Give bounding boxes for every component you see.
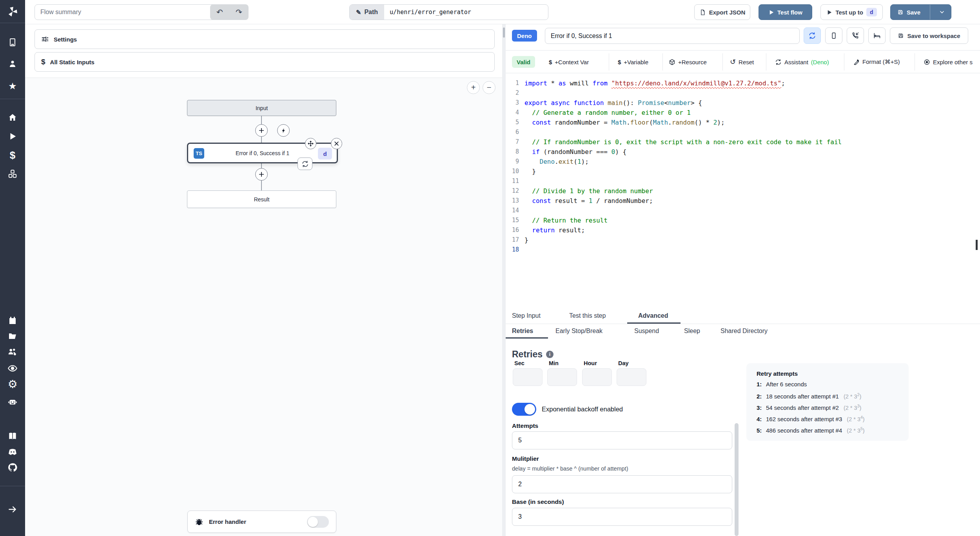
github-icon [7,462,18,473]
gear-icon: ⚙ [7,379,17,390]
sidebar-divider [0,23,25,23]
step-retry-indicator-button[interactable] [298,158,312,170]
discord-icon [7,447,18,457]
plus-icon: + [471,83,476,92]
delete-step-button[interactable] [331,138,342,149]
error-handler-label: Error handler [209,518,301,525]
plus-icon [258,171,265,177]
topbar [25,0,980,24]
bug-icon [195,518,203,526]
robot-icon [7,397,18,407]
eye-icon [7,363,18,373]
sidebar-expand-button[interactable] [0,502,25,516]
settings-label: Settings [54,36,77,43]
play-icon [8,132,17,141]
error-handler-toggle[interactable] [307,516,329,528]
result-node-label: Result [254,196,270,203]
sidebar-divider [0,486,25,486]
home-icon [8,113,17,122]
sidebar-item-github[interactable] [0,460,25,474]
step-node-label: Error if 0, Success if 1 [236,150,289,156]
dollar-icon: $ [41,58,45,66]
sidebar-item-settings[interactable]: ⚙ [0,377,25,391]
close-icon [334,141,339,147]
folder-icon [8,331,17,341]
move-icon [307,140,314,147]
windmill-flow-editor: ★ $ ⚙ [0,0,980,536]
sidebar-divider [0,99,25,99]
flow-settings-button[interactable]: Settings [34,29,495,49]
sidebar-item-groups[interactable] [0,345,25,359]
minus-icon: − [487,83,492,92]
sidebar-item-audit-logs[interactable] [0,361,25,375]
sidebar-item-home[interactable] [0,110,25,125]
cubes-icon [7,169,18,179]
user-icon [8,59,17,69]
typescript-badge: TS [194,148,204,159]
sidebar-item-variables[interactable]: $ [0,148,25,162]
dollar-icon: $ [10,150,15,160]
lightning-icon [281,128,287,134]
insert-step-button[interactable] [255,168,268,181]
sidebar-item-schedules[interactable] [0,313,25,328]
sidebar-item-resources[interactable] [0,167,25,181]
arrow-right-icon [7,504,18,514]
building-icon [8,38,17,47]
plus-icon [258,127,265,134]
all-static-inputs-label: All Static Inputs [50,59,94,65]
windmill-logo-icon[interactable] [0,5,25,19]
insert-trigger-button[interactable] [277,124,290,137]
sidebar-item-folders[interactable] [0,329,25,343]
user-group-gear-icon [7,347,18,357]
insert-step-button[interactable] [255,124,268,137]
zoom-out-button[interactable]: − [483,81,495,94]
sidebar-item-runs[interactable] [0,129,25,143]
move-step-button[interactable] [305,138,316,149]
sidebar-item-discord[interactable] [0,445,25,459]
toggle-knob [308,517,318,527]
zoom-in-button[interactable]: + [467,81,480,94]
sidebar-item-user[interactable] [0,57,25,71]
flow-result-node[interactable]: Result [187,190,336,208]
all-static-inputs-button[interactable]: $ All Static Inputs [34,52,495,72]
sidebar-item-favorites[interactable]: ★ [0,79,25,93]
sidebar-item-docs[interactable] [0,429,25,443]
sidebar: ★ $ ⚙ [0,0,25,536]
flow-input-node[interactable]: Input [187,100,336,116]
step-id-badge: d [318,148,332,159]
sidebar-item-workspace[interactable] [0,35,25,49]
input-node-label: Input [256,105,268,111]
error-handler-row: Error handler [187,511,336,533]
sidebar-item-workers[interactable] [0,395,25,409]
book-icon [7,431,18,441]
star-icon: ★ [8,81,17,91]
repeat-icon [301,160,309,168]
sliders-icon [41,35,49,43]
calendar-icon [8,316,17,325]
